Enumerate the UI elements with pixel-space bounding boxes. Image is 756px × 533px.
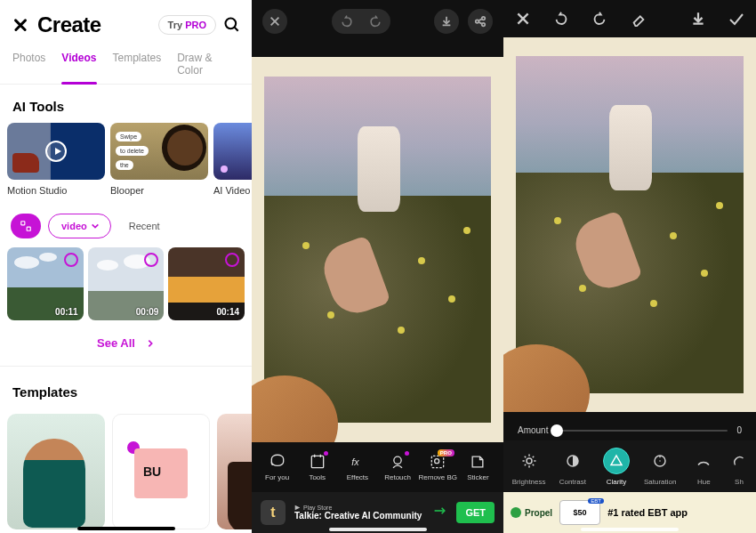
editor-toolbar: For you Tools fxEffects Retouch PRORemov… [252, 442, 503, 492]
ai-card-motion-studio[interactable]: Motion Studio [7, 123, 105, 196]
svg-rect-16 [432, 456, 444, 467]
svg-rect-3 [27, 227, 30, 230]
adjust-panel: Amount 0 Brightness Contrast Clarity Sat… [503, 0, 756, 533]
templates-row: BU [0, 408, 252, 529]
see-all-link[interactable]: See All [0, 320, 252, 366]
play-icon [45, 141, 67, 162]
ai-card-blooper[interactable]: Swipe to delete the Blooper [110, 123, 208, 196]
template-card[interactable] [217, 414, 252, 529]
eraser-icon[interactable] [630, 9, 647, 28]
template-card[interactable]: BU [112, 414, 210, 529]
svg-point-7 [482, 17, 486, 20]
ad-store-label: Play Store [294, 505, 424, 511]
dot-indicator [324, 451, 328, 456]
adjust-saturation[interactable]: Saturation [639, 448, 682, 486]
close-icon[interactable] [11, 15, 30, 35]
search-icon[interactable] [223, 16, 241, 34]
svg-point-8 [482, 23, 486, 27]
amount-value: 0 [736, 425, 742, 435]
adjust-hue[interactable]: Hue [682, 448, 726, 486]
ad-text: #1 rated EBT app [607, 507, 688, 518]
try-label: Try [168, 20, 186, 30]
svg-point-17 [435, 459, 439, 464]
svg-text:fx: fx [351, 456, 359, 467]
tool-retouch[interactable]: Retouch [378, 453, 418, 481]
adjust-contrast[interactable]: Contrast [551, 448, 594, 486]
editor-header [252, 0, 503, 43]
chevron-right-icon [146, 339, 155, 348]
amount-slider[interactable] [557, 430, 728, 432]
tool-tools[interactable]: Tools [297, 453, 337, 481]
tool-for-you[interactable]: For you [257, 453, 297, 481]
tool-remove-bg[interactable]: PRORemove BG [418, 453, 458, 481]
ad-title: Talkie: Creative AI Community [294, 511, 424, 521]
undo-icon[interactable] [552, 9, 569, 28]
divider [0, 366, 252, 367]
svg-line-30 [532, 456, 534, 457]
canvas[interactable] [252, 57, 503, 442]
ebt-card-icon: $50 [559, 500, 600, 525]
adjust-clarity[interactable]: Clarity [594, 448, 638, 486]
tabs: Photos Videos Templates Draw & Color [0, 46, 252, 85]
close-button[interactable] [262, 9, 287, 34]
home-indicator [77, 527, 175, 530]
tab-templates[interactable]: Templates [113, 52, 162, 84]
ai-card-label: AI Video [213, 180, 252, 196]
svg-line-9 [479, 19, 482, 20]
tab-photos[interactable]: Photos [12, 52, 45, 84]
adjust-brightness[interactable]: Brightness [507, 448, 551, 486]
ad-cta-button[interactable]: GET [456, 502, 495, 523]
blooper-thumb: Swipe to delete the [110, 123, 208, 180]
redo-icon[interactable] [591, 9, 608, 28]
motion-studio-thumb [7, 123, 105, 180]
ad-app-icon: t [261, 500, 286, 525]
adjust-shadows[interactable]: Sh [726, 448, 752, 486]
tab-videos[interactable]: Videos [61, 52, 96, 84]
video-thumb[interactable]: 00:14 [168, 247, 245, 320]
templates-heading: Templates [0, 370, 252, 408]
try-pro-button[interactable]: Try PRO [158, 15, 216, 35]
svg-rect-11 [311, 456, 323, 467]
chevron-down-icon [91, 222, 100, 230]
videos-row: 00:11 00:09 00:14 [0, 247, 252, 320]
select-ring-icon [225, 253, 239, 267]
tool-effects[interactable]: fxEffects [337, 453, 377, 481]
grid-toggle-button[interactable] [11, 214, 41, 238]
ai-card-label: Motion Studio [7, 180, 105, 196]
page-title: Create [37, 12, 151, 37]
tab-draw-color[interactable]: Draw & Color [177, 52, 239, 84]
recent-filter-button[interactable]: Recent [118, 214, 171, 238]
svg-marker-32 [611, 456, 622, 465]
svg-rect-2 [21, 222, 25, 225]
video-thumb[interactable]: 00:09 [88, 247, 165, 320]
close-button[interactable] [514, 9, 531, 28]
svg-line-1 [235, 28, 238, 31]
home-indicator [329, 528, 427, 531]
svg-line-27 [524, 456, 526, 457]
redo-icon[interactable] [368, 15, 382, 28]
filter-row: video Recent [0, 196, 252, 247]
template-card[interactable] [7, 414, 105, 529]
ai-tools-heading: AI Tools [0, 85, 252, 123]
download-button[interactable] [434, 9, 459, 34]
canvas[interactable] [503, 37, 756, 412]
svg-line-28 [532, 464, 534, 465]
editor-panel: For you Tools fxEffects Retouch PRORemov… [252, 0, 503, 533]
adjust-toolbar: Brightness Contrast Clarity Saturation H… [503, 440, 756, 492]
duration-label: 00:14 [216, 307, 239, 317]
share-button[interactable] [468, 9, 493, 34]
video-thumb[interactable]: 00:11 [7, 247, 84, 320]
ai-tools-row: Motion Studio Swipe to delete the Bloope… [0, 123, 252, 196]
select-ring-icon [144, 253, 158, 267]
undo-icon[interactable] [340, 15, 354, 28]
tool-sticker[interactable]: Sticker [458, 453, 498, 481]
confirm-button[interactable] [728, 9, 745, 28]
home-indicator [581, 528, 679, 531]
ai-card-ai-video[interactable]: AI Video [213, 123, 252, 196]
svg-point-6 [476, 20, 479, 23]
header: Create Try PRO [0, 0, 252, 46]
slider-knob[interactable] [551, 424, 563, 437]
arrow-right-icon [433, 504, 447, 521]
video-filter-button[interactable]: video [48, 214, 111, 238]
download-button[interactable] [689, 9, 706, 28]
